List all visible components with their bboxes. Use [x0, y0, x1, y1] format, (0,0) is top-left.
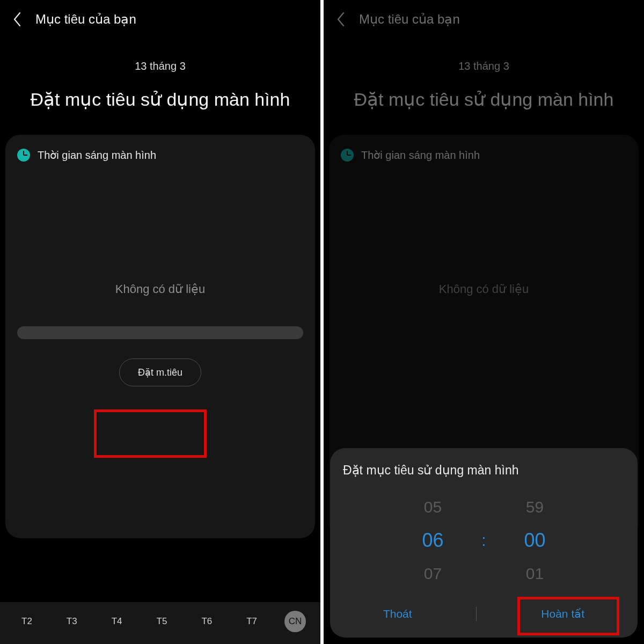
weekday-t7[interactable]: T7 [239, 616, 264, 627]
sheet-title: Đặt mục tiêu sử dụng màn hình [343, 463, 625, 478]
hours-prev: 05 [390, 491, 476, 524]
minutes-column[interactable]: 59 00 01 [492, 491, 578, 590]
date-label: 13 tháng 3 [0, 60, 320, 72]
card-header-label: Thời gian sáng màn hình [361, 149, 480, 162]
screen-left: Mục tiêu của bạn 13 tháng 3 Đặt mục tiêu… [0, 0, 320, 644]
hours-current: 06 [390, 524, 476, 557]
weekday-t4[interactable]: T4 [105, 616, 129, 627]
weekday-t5[interactable]: T5 [149, 616, 174, 627]
weekday-t6[interactable]: T6 [194, 616, 219, 627]
weekday-t2[interactable]: T2 [14, 616, 39, 627]
hours-next: 07 [390, 557, 476, 590]
date-label: 13 tháng 3 [324, 60, 644, 72]
sheet-actions: Thoát Hoàn tất [343, 601, 625, 627]
weekday-cn[interactable]: CN [284, 611, 306, 632]
time-picker-sheet: Đặt mục tiêu sử dụng màn hình 05 06 07 :… [330, 448, 638, 638]
page-title: Mục tiêu của bạn [359, 12, 460, 27]
done-button[interactable]: Hoàn tất [525, 601, 601, 627]
page-subtitle: Đặt mục tiêu sử dụng màn hình [324, 87, 644, 112]
time-picker[interactable]: 05 06 07 : 59 00 01 [343, 491, 625, 590]
page-subtitle: Đặt mục tiêu sử dụng màn hình [0, 87, 320, 112]
hours-column[interactable]: 05 06 07 [390, 491, 476, 590]
clock-icon [17, 149, 30, 162]
cancel-button[interactable]: Thoát [367, 601, 428, 627]
minutes-next: 01 [492, 557, 578, 590]
progress-bar [17, 326, 303, 339]
header: Mục tiêu của bạn [324, 0, 644, 36]
minutes-current: 00 [492, 524, 578, 557]
clock-icon [341, 149, 354, 162]
back-icon[interactable] [334, 12, 348, 26]
weekday-t3[interactable]: T3 [60, 616, 84, 627]
set-goal-button[interactable]: Đặt m.tiêu [119, 358, 201, 386]
card-header: Thời gian sáng màn hình [341, 149, 627, 162]
weekday-bar: T2 T3 T4 T5 T6 T7 CN [0, 602, 320, 644]
back-icon[interactable] [11, 12, 25, 26]
no-data-label: Không có dữ liệu [341, 282, 627, 296]
no-data-label: Không có dữ liệu [17, 282, 303, 296]
card-header: Thời gian sáng màn hình [17, 149, 303, 162]
divider [476, 607, 477, 621]
screen-right: Mục tiêu của bạn 13 tháng 3 Đặt mục tiêu… [324, 0, 644, 644]
minutes-prev: 59 [492, 491, 578, 524]
screen-time-card: Thời gian sáng màn hình Không có dữ liệu… [5, 135, 315, 538]
header: Mục tiêu của bạn [0, 0, 320, 36]
page-title: Mục tiêu của bạn [35, 12, 136, 27]
set-goal-wrap: Đặt m.tiêu [17, 358, 303, 386]
time-separator: : [476, 531, 492, 550]
card-header-label: Thời gian sáng màn hình [38, 149, 156, 162]
